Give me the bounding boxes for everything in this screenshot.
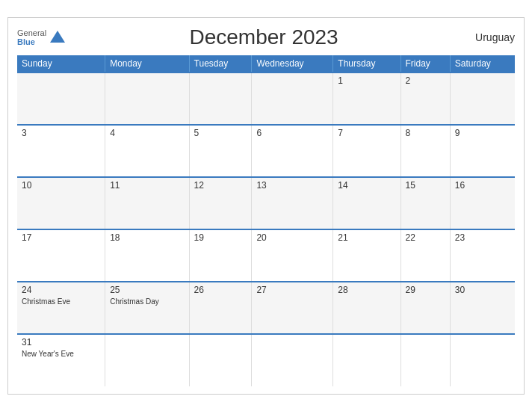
day-number: 4 xyxy=(110,128,184,138)
day-cell: 22 xyxy=(400,229,450,282)
day-cell: 18 xyxy=(105,229,189,282)
day-number: 13 xyxy=(256,180,328,191)
day-cell: 23 xyxy=(450,229,515,282)
week-row-4: 17181920212223 xyxy=(17,229,515,282)
calendar-grid: Sunday Monday Tuesday Wednesday Thursday… xyxy=(17,55,515,386)
calendar-title: December 2023 xyxy=(65,25,463,49)
day-cell: 31New Year's Eve xyxy=(17,334,105,386)
day-cell: 3 xyxy=(17,125,105,177)
day-number: 8 xyxy=(406,128,445,138)
day-cell: 29 xyxy=(400,282,450,334)
day-cell: 26 xyxy=(189,282,252,334)
day-cell xyxy=(252,334,333,386)
day-cell: 28 xyxy=(333,282,400,334)
country-label: Uruguay xyxy=(463,31,515,43)
day-number: 16 xyxy=(455,180,510,191)
col-tuesday: Tuesday xyxy=(189,55,252,72)
day-cell: 16 xyxy=(450,177,515,229)
day-cell: 9 xyxy=(450,125,515,177)
col-wednesday: Wednesday xyxy=(252,55,333,72)
calendar-container: General Blue December 2023 Uruguay Sunda… xyxy=(7,17,525,395)
day-number: 30 xyxy=(455,285,510,295)
day-number: 15 xyxy=(406,180,445,191)
day-cell xyxy=(252,72,333,125)
day-cell: 17 xyxy=(17,229,105,282)
logo-general-text: General xyxy=(17,28,46,37)
day-number: 17 xyxy=(22,232,100,243)
day-cell xyxy=(17,72,105,125)
day-cell: 21 xyxy=(333,229,400,282)
day-cell: 11 xyxy=(105,177,189,229)
day-cell xyxy=(189,334,252,386)
day-number: 18 xyxy=(110,232,184,243)
logo: General Blue xyxy=(17,28,65,46)
day-cell xyxy=(189,72,252,125)
col-saturday: Saturday xyxy=(450,55,515,72)
calendar-header: General Blue December 2023 Uruguay xyxy=(17,25,515,49)
calendar-body: 123456789101112131415161718192021222324C… xyxy=(17,72,515,386)
day-number: 23 xyxy=(455,232,510,243)
day-number: 2 xyxy=(406,75,445,86)
day-number: 27 xyxy=(256,285,328,295)
day-cell xyxy=(105,72,189,125)
day-cell: 6 xyxy=(252,125,333,177)
day-number: 29 xyxy=(406,285,445,295)
day-cell: 30 xyxy=(450,282,515,334)
week-row-6: 31New Year's Eve xyxy=(17,334,515,386)
col-thursday: Thursday xyxy=(333,55,400,72)
day-cell: 8 xyxy=(400,125,450,177)
day-number: 11 xyxy=(110,180,184,191)
day-cell: 4 xyxy=(105,125,189,177)
logo-blue-text: Blue xyxy=(17,37,35,46)
day-number: 6 xyxy=(256,128,328,138)
event-label: Christmas Eve xyxy=(22,297,100,306)
day-cell: 24Christmas Eve xyxy=(17,282,105,334)
day-number: 12 xyxy=(194,180,247,191)
day-cell: 13 xyxy=(252,177,333,229)
day-number: 22 xyxy=(406,232,445,243)
day-number: 14 xyxy=(338,180,395,191)
day-number: 28 xyxy=(338,285,395,295)
day-number: 5 xyxy=(194,128,247,138)
day-number: 25 xyxy=(110,285,184,295)
week-row-1: 12 xyxy=(17,72,515,125)
calendar-header-row: Sunday Monday Tuesday Wednesday Thursday… xyxy=(17,55,515,72)
day-cell: 1 xyxy=(333,72,400,125)
day-number: 9 xyxy=(455,128,510,138)
day-cell: 20 xyxy=(252,229,333,282)
day-cell: 10 xyxy=(17,177,105,229)
day-cell: 15 xyxy=(400,177,450,229)
day-cell: 14 xyxy=(333,177,400,229)
day-number: 19 xyxy=(194,232,247,243)
day-number: 20 xyxy=(256,232,328,243)
week-row-2: 3456789 xyxy=(17,125,515,177)
day-cell: 19 xyxy=(189,229,252,282)
day-cell xyxy=(400,334,450,386)
col-sunday: Sunday xyxy=(17,55,105,72)
logo-text-block: General Blue xyxy=(17,28,46,46)
col-friday: Friday xyxy=(400,55,450,72)
day-number: 1 xyxy=(338,75,395,86)
logo-triangle-icon xyxy=(50,31,65,43)
day-cell: 5 xyxy=(189,125,252,177)
week-row-5: 24Christmas Eve25Christmas Day2627282930 xyxy=(17,282,515,334)
day-number: 21 xyxy=(338,232,395,243)
day-cell: 12 xyxy=(189,177,252,229)
day-cell xyxy=(450,72,515,125)
day-cell: 2 xyxy=(400,72,450,125)
day-cell xyxy=(450,334,515,386)
days-header-row: Sunday Monday Tuesday Wednesday Thursday… xyxy=(17,55,515,72)
event-label: Christmas Day xyxy=(110,297,184,306)
day-number: 7 xyxy=(338,128,395,138)
day-cell xyxy=(333,334,400,386)
day-number: 31 xyxy=(22,337,100,347)
event-label: New Year's Eve xyxy=(22,349,100,359)
day-number: 26 xyxy=(194,285,247,295)
day-number: 10 xyxy=(22,180,100,191)
day-number: 3 xyxy=(22,128,100,138)
day-cell: 7 xyxy=(333,125,400,177)
day-cell: 25Christmas Day xyxy=(105,282,189,334)
day-cell: 27 xyxy=(252,282,333,334)
col-monday: Monday xyxy=(105,55,189,72)
day-cell xyxy=(105,334,189,386)
